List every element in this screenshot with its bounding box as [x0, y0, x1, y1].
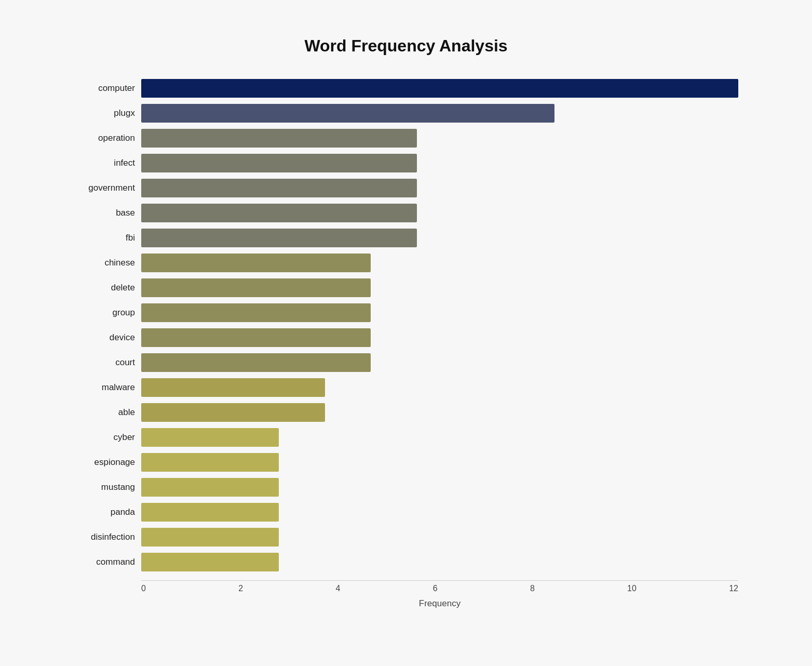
bar-row: espionage: [74, 450, 738, 474]
bar-track: [141, 453, 738, 472]
bar-row: computer: [74, 76, 738, 100]
bar-fill: [141, 328, 371, 347]
x-tick: 6: [433, 584, 438, 593]
bar-track: [141, 154, 738, 172]
bar-fill: [141, 503, 279, 522]
bar-row: device: [74, 326, 738, 350]
bar-label: fbi: [74, 233, 141, 243]
bar-row: court: [74, 351, 738, 375]
bar-fill: [141, 478, 279, 497]
bar-fill: [141, 528, 279, 547]
bar-track: [141, 278, 738, 297]
bar-track: [141, 229, 738, 247]
x-tick: 4: [335, 584, 340, 593]
bar-row: malware: [74, 376, 738, 399]
bar-label: base: [74, 208, 141, 218]
bar-row: group: [74, 301, 738, 325]
bar-track: [141, 104, 738, 123]
bar-label: espionage: [74, 457, 141, 468]
bar-row: plugx: [74, 101, 738, 125]
bar-row: base: [74, 201, 738, 225]
bar-fill: [141, 129, 417, 148]
bar-fill: [141, 254, 371, 272]
bar-track: [141, 403, 738, 422]
x-tick: 12: [729, 584, 738, 593]
x-tick: 10: [627, 584, 637, 593]
bar-fill: [141, 378, 325, 397]
bar-fill: [141, 453, 279, 472]
bar-track: [141, 179, 738, 197]
bar-fill: [141, 403, 325, 422]
bar-row: infect: [74, 151, 738, 175]
bar-label: government: [74, 183, 141, 193]
bar-label: computer: [74, 83, 141, 94]
bar-track: [141, 378, 738, 397]
bar-row: cyber: [74, 425, 738, 449]
bar-fill: [141, 204, 417, 222]
bar-label: able: [74, 407, 141, 418]
bar-track: [141, 303, 738, 322]
bar-label: court: [74, 357, 141, 368]
bar-label: command: [74, 557, 141, 567]
bar-label: device: [74, 332, 141, 343]
bar-track: [141, 528, 738, 547]
x-axis-ticks: 024681012: [141, 584, 738, 593]
bar-track: [141, 553, 738, 571]
bar-fill: [141, 229, 417, 247]
bar-track: [141, 254, 738, 272]
x-tick: 0: [141, 584, 146, 593]
bar-track: [141, 428, 738, 447]
x-tick: 2: [238, 584, 243, 593]
bar-label: group: [74, 308, 141, 318]
bar-row: mustang: [74, 475, 738, 499]
chart-title: Word Frequency Analysis: [74, 36, 738, 56]
x-tick: 8: [530, 584, 535, 593]
bar-track: [141, 478, 738, 497]
bar-track: [141, 353, 738, 372]
chart-container: Word Frequency Analysis computerplugxope…: [43, 16, 769, 650]
bar-label: infect: [74, 158, 141, 168]
bar-row: command: [74, 550, 738, 574]
bar-track: [141, 79, 738, 98]
chart-area: computerplugxoperationinfectgovernmentba…: [74, 76, 738, 575]
bar-label: panda: [74, 507, 141, 517]
bar-fill: [141, 553, 279, 571]
bar-track: [141, 503, 738, 522]
bar-row: delete: [74, 276, 738, 300]
bar-fill: [141, 428, 279, 447]
bar-row: disinfection: [74, 525, 738, 549]
bar-row: operation: [74, 126, 738, 150]
bar-label: cyber: [74, 432, 141, 443]
bar-fill: [141, 278, 371, 297]
x-axis-line: [141, 580, 738, 581]
x-axis-area: 024681012 Frequency: [141, 580, 738, 609]
bar-track: [141, 129, 738, 148]
x-axis-label: Frequency: [141, 598, 738, 609]
bar-label: operation: [74, 133, 141, 143]
bar-track: [141, 204, 738, 222]
bar-row: fbi: [74, 226, 738, 250]
bar-row: chinese: [74, 251, 738, 275]
bar-row: panda: [74, 500, 738, 524]
bar-fill: [141, 179, 417, 197]
bar-fill: [141, 79, 738, 98]
bar-label: malware: [74, 382, 141, 393]
bar-label: plugx: [74, 108, 141, 118]
bar-fill: [141, 154, 417, 172]
bar-track: [141, 328, 738, 347]
bar-label: delete: [74, 283, 141, 293]
bar-label: disinfection: [74, 532, 141, 542]
bar-fill: [141, 104, 554, 123]
bar-label: mustang: [74, 482, 141, 492]
bar-fill: [141, 303, 371, 322]
bar-fill: [141, 353, 371, 372]
bar-label: chinese: [74, 258, 141, 268]
bar-row: able: [74, 401, 738, 424]
bar-row: government: [74, 176, 738, 200]
